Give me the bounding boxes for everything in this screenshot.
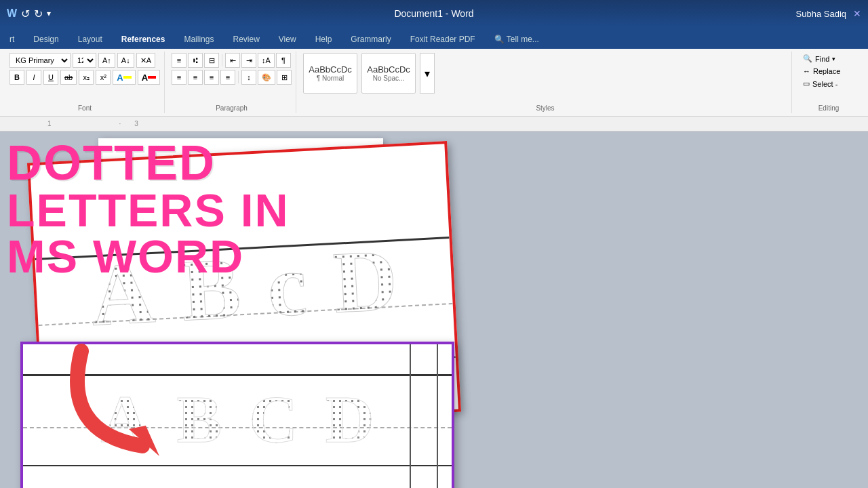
italic-button[interactable]: I (26, 70, 41, 85)
font-group-label: Font (9, 103, 160, 112)
overlay-line2: LETTERS IN (7, 187, 290, 233)
border-button[interactable]: ⊞ (277, 70, 292, 85)
paragraph-group-label: Paragraph (172, 103, 292, 112)
title-bar-controls: W ↺ ↻ ▾ (7, 7, 51, 20)
increase-font-button[interactable]: A↑ (98, 53, 115, 68)
word-logo-icon: W (7, 7, 17, 20)
tab-mailings[interactable]: Mailings (174, 30, 223, 49)
style-normal[interactable]: AaBbCcDc ¶ Normal (303, 53, 357, 94)
editing-group-label: Editing (799, 103, 859, 112)
purp-letter-c: C (249, 386, 298, 453)
styles-scroll-button[interactable]: ▾ (420, 53, 435, 94)
ruler: 1 · 3 (0, 117, 868, 131)
editing-group: 🔍 Find ▾ ↔ Replace ▭ Select - Editing (795, 52, 863, 113)
bullets-button[interactable]: ≡ (172, 53, 186, 68)
numbering-button[interactable]: ⑆ (188, 53, 203, 68)
ribbon-tabs: rt Design Layout References Mailings Rev… (0, 27, 868, 49)
bold-button[interactable]: B (9, 70, 24, 85)
paragraph-row1: ≡ ⑆ ⊟ ⇤ ⇥ ↕A ¶ (172, 53, 292, 68)
align-left-button[interactable]: ≡ (172, 70, 186, 85)
show-marks-button[interactable]: ¶ (276, 53, 291, 68)
tab-layout[interactable]: Layout (68, 30, 112, 49)
replace-button[interactable]: ↔ Replace (799, 66, 859, 77)
styles-row: AaBbCcDc ¶ Normal AaBbCcDc No Spac... ▾ (303, 53, 787, 94)
increase-indent-button[interactable]: ⇥ (241, 53, 256, 68)
overlay-text: DOTTED LETTERS IN MS WORD (7, 138, 290, 279)
font-row2: B I U ab x₂ x² A A (9, 70, 160, 85)
arrow-svg (41, 331, 210, 466)
multilevel-button[interactable]: ⊟ (204, 53, 219, 68)
paragraph-row2: ≡ ≡ ≡ ≡ ↕ 🎨 ⊞ (172, 70, 292, 85)
select-icon: ▭ (803, 79, 810, 88)
redo-button[interactable]: ↻ (34, 7, 43, 20)
tab-design[interactable]: Design (24, 30, 68, 49)
main-area: A B C DOTTED LETTERS IN MS WORD (0, 131, 868, 488)
clear-format-button[interactable]: ✕A (136, 53, 155, 68)
font-size-selector[interactable]: 12 (73, 53, 96, 68)
title-bar-right: Subha Sadiq ✕ (796, 8, 861, 19)
tab-view[interactable]: View (269, 30, 306, 49)
highlight-button[interactable]: A (138, 70, 160, 85)
superscript-button[interactable]: x² (96, 70, 111, 85)
overlay-line3: MS WORD (7, 233, 290, 279)
tab-home[interactable]: rt (0, 30, 24, 49)
replace-icon: ↔ (803, 67, 810, 75)
editing-buttons: 🔍 Find ▾ ↔ Replace ▭ Select - (799, 53, 859, 89)
styles-group-label: Styles (303, 103, 787, 112)
style-no-spacing[interactable]: AaBbCcDc No Spac... (361, 53, 416, 94)
align-center-button[interactable]: ≡ (188, 70, 203, 85)
prev-letter-d: D (332, 235, 400, 327)
paragraph-group: ≡ ⑆ ⊟ ⇤ ⇥ ↕A ¶ ≡ ≡ ≡ ≡ ↕ 🎨 ⊞ Paragraph (167, 52, 296, 113)
decrease-font-button[interactable]: A↓ (117, 53, 134, 68)
align-right-button[interactable]: ≡ (204, 70, 219, 85)
subscript-button[interactable]: x₂ (79, 70, 94, 85)
overlay-line1: DOTTED (7, 138, 290, 187)
justify-button[interactable]: ≡ (220, 70, 235, 85)
purple-vert1 (410, 344, 411, 488)
shading-button[interactable]: 🎨 (258, 70, 275, 85)
title-bar: W ↺ ↻ ▾ Document1 - Word Subha Sadiq ✕ (0, 0, 868, 27)
font-color-button[interactable]: A (113, 70, 135, 85)
select-button[interactable]: ▭ Select - (799, 78, 859, 89)
search-icon: 🔍 (803, 54, 812, 63)
tab-foxit[interactable]: Foxit Reader PDF (401, 30, 485, 49)
font-name-selector[interactable]: KG Primary Do (9, 53, 71, 68)
underline-button[interactable]: U (43, 70, 58, 85)
tab-review[interactable]: Review (223, 30, 269, 49)
quick-access-dropdown[interactable]: ▾ (47, 9, 51, 18)
ribbon: KG Primary Do 12 A↑ A↓ ✕A B I U ab x₂ x²… (0, 49, 868, 117)
strikethrough-button[interactable]: ab (60, 70, 77, 85)
font-row1: KG Primary Do 12 A↑ A↓ ✕A (9, 53, 160, 68)
document-title: Document1 - Word (394, 8, 473, 19)
tab-references[interactable]: References (112, 30, 175, 49)
undo-button[interactable]: ↺ (21, 7, 30, 20)
purp-letter-d: D (325, 386, 374, 453)
line-spacing-button[interactable]: ↕ (241, 70, 256, 85)
font-group: KG Primary Do 12 A↑ A↓ ✕A B I U ab x₂ x²… (5, 52, 165, 113)
arrow-container (41, 331, 210, 469)
styles-group: AaBbCcDc ¶ Normal AaBbCcDc No Spac... ▾ … (299, 52, 792, 113)
sort-button[interactable]: ↕A (258, 53, 275, 68)
tab-search[interactable]: 🔍 Tell me... (485, 30, 549, 49)
decrease-indent-button[interactable]: ⇤ (225, 53, 240, 68)
user-name: Subha Sadiq (796, 9, 846, 19)
purple-vert2 (437, 344, 438, 488)
close-icon[interactable]: ✕ (853, 8, 861, 19)
tab-help[interactable]: Help (306, 30, 342, 49)
find-button[interactable]: 🔍 Find ▾ (799, 53, 859, 64)
tab-grammarly[interactable]: Grammarly (341, 30, 400, 49)
